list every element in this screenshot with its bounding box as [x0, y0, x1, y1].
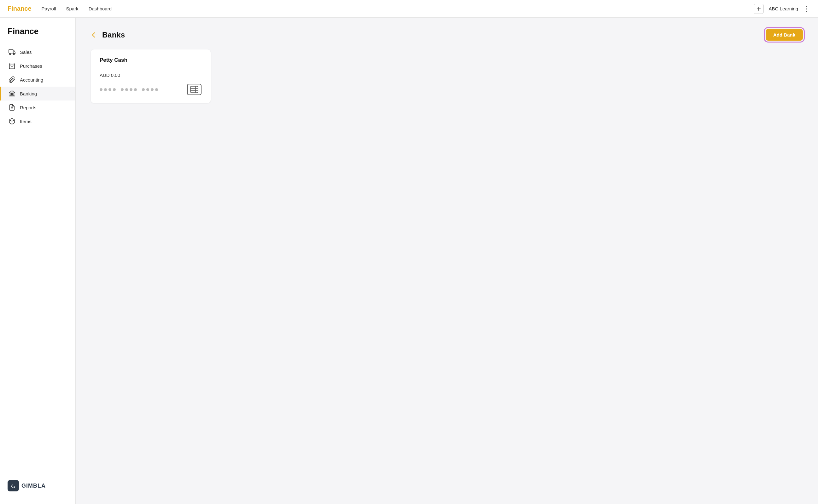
dot: [134, 88, 137, 91]
card-chip-icon: [187, 83, 202, 95]
sidebar-item-banking[interactable]: Banking: [0, 87, 75, 100]
sidebar-item-accounting[interactable]: Accounting: [0, 73, 75, 87]
dot: [108, 88, 111, 91]
dot-group-2: [121, 88, 137, 91]
dot: [155, 88, 158, 91]
dot: [113, 88, 116, 91]
svg-point-3: [9, 53, 11, 55]
back-button[interactable]: [91, 31, 98, 39]
svg-rect-7: [12, 93, 13, 95]
svg-rect-8: [13, 93, 14, 95]
shopping-bag-icon: [9, 62, 15, 69]
sidebar-label-purchases: Purchases: [20, 63, 42, 69]
gimbla-g-icon: [9, 482, 17, 490]
gimbla-logo-text: GIMBLA: [21, 483, 46, 489]
bank-name: Petty Cash: [100, 57, 127, 63]
sidebar-bottom: GIMBLA: [0, 475, 75, 496]
sidebar-label-reports: Reports: [20, 105, 37, 110]
dot: [151, 88, 153, 91]
sidebar-item-purchases[interactable]: Purchases: [0, 59, 75, 73]
topnav-add-button[interactable]: [754, 4, 764, 14]
main-content: Banks Add Bank Petty Cash AUD 0.00: [76, 18, 818, 504]
page-header: Banks Add Bank: [91, 29, 803, 41]
bank-card-footer: [100, 83, 202, 95]
gimbla-logo: GIMBLA: [8, 480, 68, 491]
topnav-org-name: ABC Learning: [769, 6, 798, 11]
topnav: Finance Payroll Spark Dashboard ABC Lear…: [0, 0, 818, 18]
svg-rect-1: [757, 9, 761, 9]
dot: [121, 88, 124, 91]
page-header-left: Banks: [91, 31, 125, 39]
sidebar-label-items: Items: [20, 119, 32, 124]
back-arrow-icon: [91, 31, 98, 39]
dot: [100, 88, 102, 91]
dot: [146, 88, 149, 91]
sidebar-title: Finance: [0, 26, 75, 45]
svg-rect-6: [10, 93, 11, 95]
svg-rect-16: [190, 86, 198, 93]
bank-card[interactable]: Petty Cash AUD 0.00: [91, 49, 211, 103]
dot: [130, 88, 132, 91]
layout: Finance Sales Purchases A: [0, 18, 818, 504]
topnav-more-button[interactable]: ⋮: [803, 5, 810, 13]
dot-group-1: [100, 88, 116, 91]
dot-group-3: [142, 88, 158, 91]
bank-balance: AUD 0.00: [100, 72, 202, 78]
sidebar-label-banking: Banking: [20, 91, 37, 96]
add-bank-button[interactable]: Add Bank: [766, 29, 803, 41]
plus-icon: [756, 6, 761, 11]
sidebar-label-accounting: Accounting: [20, 77, 43, 83]
dot: [104, 88, 107, 91]
sidebar-item-sales[interactable]: Sales: [0, 45, 75, 59]
paperclip-icon: [9, 76, 15, 83]
topnav-link-dashboard[interactable]: Dashboard: [89, 6, 112, 11]
svg-rect-15: [187, 84, 201, 95]
file-icon: [9, 104, 15, 111]
dot: [125, 88, 128, 91]
topnav-link-payroll[interactable]: Payroll: [42, 6, 56, 11]
sidebar-item-items[interactable]: Items: [0, 114, 75, 128]
bank-card-header: Petty Cash: [100, 57, 202, 68]
sidebar-item-reports[interactable]: Reports: [0, 100, 75, 114]
bank-icon: [9, 90, 15, 97]
sidebar: Finance Sales Purchases A: [0, 18, 76, 504]
card-dots: [100, 88, 158, 91]
page-title: Banks: [102, 31, 125, 39]
dot: [142, 88, 145, 91]
truck-icon: [9, 49, 15, 55]
sidebar-label-sales: Sales: [20, 49, 32, 55]
svg-rect-2: [9, 49, 13, 53]
box-icon: [9, 118, 15, 125]
gimbla-logo-icon: [8, 480, 19, 491]
topnav-right: ABC Learning ⋮: [754, 4, 810, 14]
topnav-link-spark[interactable]: Spark: [66, 6, 78, 11]
topnav-brand[interactable]: Finance: [8, 5, 32, 12]
